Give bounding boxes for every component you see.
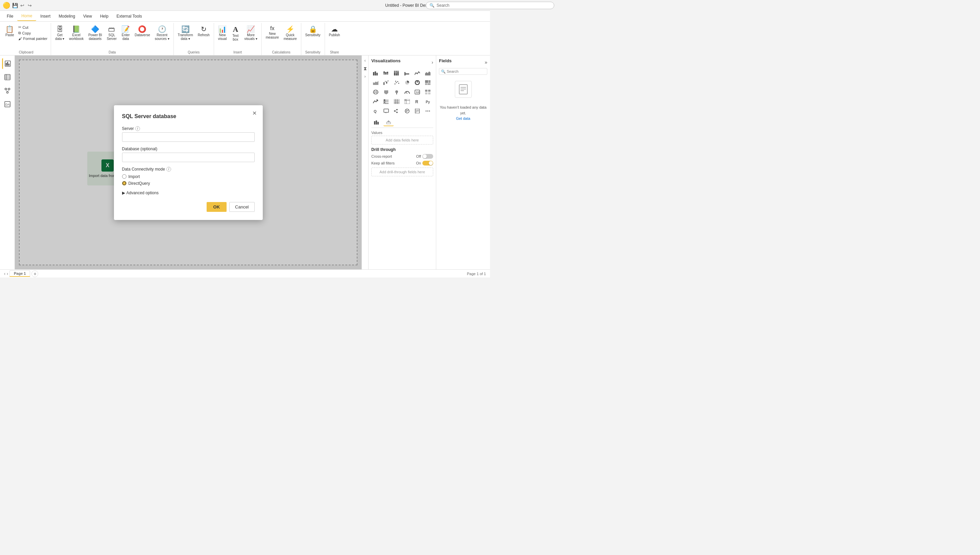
viz-azure-map[interactable] bbox=[392, 88, 401, 96]
power-bi-datasets-button[interactable]: 🔷 Power BIdatasets bbox=[86, 24, 104, 42]
sidebar-item-report[interactable] bbox=[2, 58, 13, 69]
values-add-fields[interactable]: Add data fields here bbox=[371, 136, 433, 144]
server-info-icon[interactable]: i bbox=[135, 126, 140, 131]
svg-point-40 bbox=[396, 82, 396, 83]
quick-measure-button[interactable]: ⚡ Quickmeasure bbox=[282, 24, 299, 42]
title-save-icon[interactable]: 💾 bbox=[12, 3, 18, 8]
paste-button[interactable]: 📋 Paste bbox=[3, 24, 16, 38]
new-visual-button[interactable]: 📊 Newvisual bbox=[216, 24, 229, 42]
menu-external-tools[interactable]: External Tools bbox=[113, 12, 146, 21]
viz-table[interactable] bbox=[392, 97, 401, 106]
viz-pie-chart[interactable] bbox=[403, 78, 412, 87]
viz-smart-narrative[interactable] bbox=[382, 107, 390, 115]
import-radio-label[interactable]: Import bbox=[122, 174, 255, 179]
viz-kpi[interactable] bbox=[371, 97, 380, 106]
title-redo-icon[interactable]: ↪ bbox=[27, 3, 32, 8]
directquery-radio[interactable] bbox=[122, 181, 126, 186]
viz-matrix[interactable] bbox=[403, 97, 412, 106]
sql-server-button[interactable]: 🗃 SQLServer bbox=[105, 24, 119, 42]
sidebar-item-data[interactable] bbox=[2, 72, 13, 83]
viz-scatter-chart[interactable] bbox=[392, 78, 401, 87]
format-painter-button[interactable]: 🖌 Format painter bbox=[17, 36, 49, 41]
recent-sources-button[interactable]: 🕐 Recentsources ▾ bbox=[153, 24, 171, 42]
viz-bar-chart[interactable] bbox=[371, 69, 380, 77]
modal-close-button[interactable]: ✕ bbox=[251, 109, 259, 117]
sidebar-item-model[interactable] bbox=[2, 85, 13, 96]
connectivity-info-icon[interactable]: i bbox=[166, 167, 171, 172]
advanced-options-toggle[interactable]: ▶ Advanced options bbox=[122, 191, 255, 195]
get-data-link[interactable]: Get data bbox=[456, 116, 470, 120]
viz-donut-chart[interactable] bbox=[413, 78, 422, 87]
new-measure-button[interactable]: fx Newmeasure bbox=[264, 24, 281, 41]
viz-ribbon-chart[interactable] bbox=[371, 78, 380, 87]
menu-modeling[interactable]: Modeling bbox=[54, 12, 79, 21]
ok-button[interactable]: OK bbox=[206, 202, 227, 212]
viz-paginated-report[interactable] bbox=[413, 107, 422, 115]
collapse-left-icon[interactable]: ‹ bbox=[365, 58, 366, 63]
page-nav-prev[interactable]: ‹ bbox=[4, 271, 5, 276]
svg-rect-31 bbox=[397, 71, 399, 72]
page-tab-1[interactable]: Page 1 bbox=[10, 270, 30, 277]
viz-treemap[interactable] bbox=[424, 78, 432, 87]
enter-data-button[interactable]: 📝 Enterdata bbox=[119, 24, 132, 42]
viz-map[interactable] bbox=[371, 88, 380, 96]
collapse-right-icon[interactable]: › bbox=[365, 74, 366, 79]
viz-slicer[interactable] bbox=[382, 97, 390, 106]
viz-area-chart[interactable] bbox=[424, 69, 432, 77]
viz-key-influencers[interactable] bbox=[403, 107, 412, 115]
server-input[interactable] bbox=[122, 132, 255, 142]
dataverse-button[interactable]: ⭕ Dataverse bbox=[133, 24, 152, 38]
fields-expand-icon[interactable]: » bbox=[484, 59, 487, 65]
publish-button[interactable]: ☁ Publish bbox=[327, 24, 342, 38]
filter-icon[interactable]: ⧗ bbox=[363, 66, 367, 71]
global-search-bar[interactable]: 🔍 Search bbox=[426, 2, 490, 9]
viz-gauge[interactable] bbox=[403, 88, 412, 96]
database-input[interactable] bbox=[122, 152, 255, 162]
cross-report-toggle-track[interactable] bbox=[422, 154, 433, 159]
viz-r-visual[interactable]: R bbox=[413, 97, 422, 106]
copy-button[interactable]: ⧉ Copy bbox=[17, 30, 49, 36]
menu-insert[interactable]: Insert bbox=[36, 12, 54, 21]
cross-report-toggle[interactable]: Off bbox=[416, 154, 433, 159]
viz-100-stacked-bar[interactable] bbox=[392, 69, 401, 77]
sensitivity-button[interactable]: 🔒 Sensitivity bbox=[303, 24, 323, 38]
viz-column-chart[interactable] bbox=[403, 69, 412, 77]
directquery-radio-label[interactable]: DirectQuery bbox=[122, 181, 255, 186]
page-nav-next[interactable]: › bbox=[7, 271, 8, 276]
viz-decomp-tree[interactable] bbox=[392, 107, 401, 115]
viz-panel-expand-icon[interactable]: › bbox=[432, 59, 433, 65]
import-radio[interactable] bbox=[122, 174, 126, 179]
menu-help[interactable]: Help bbox=[96, 12, 113, 21]
menu-home[interactable]: Home bbox=[17, 11, 36, 21]
viz-card[interactable]: 123 bbox=[413, 88, 422, 96]
cut-button[interactable]: ✂ Cut bbox=[17, 24, 49, 30]
more-visuals-button[interactable]: 📈 Morevisuals ▾ bbox=[242, 24, 259, 42]
viz-waterfall-chart[interactable] bbox=[382, 78, 390, 87]
cancel-button[interactable]: Cancel bbox=[229, 202, 254, 212]
excel-workbook-button[interactable]: 📗 Excelworkbook bbox=[67, 24, 86, 42]
viz-stacked-bar[interactable] bbox=[382, 69, 390, 77]
menu-file[interactable]: File bbox=[3, 12, 17, 21]
viz-line-chart[interactable] bbox=[413, 69, 422, 77]
keep-filters-toggle-track[interactable] bbox=[422, 161, 433, 165]
viz-custom-more[interactable] bbox=[424, 107, 432, 115]
add-page-button[interactable]: + bbox=[32, 270, 38, 277]
drill-through-add-fields[interactable]: Add drill-through fields here bbox=[371, 167, 433, 176]
viz-filled-map[interactable] bbox=[382, 88, 390, 96]
menu-view[interactable]: View bbox=[79, 12, 96, 21]
viz-tab-format[interactable] bbox=[384, 118, 393, 126]
title-undo-icon[interactable]: ↩ bbox=[19, 3, 25, 8]
keep-filters-toggle[interactable]: On bbox=[416, 161, 433, 165]
text-box-button[interactable]: A SQL Server database Textbox bbox=[229, 24, 241, 43]
sidebar-item-dax[interactable]: DAX bbox=[2, 99, 13, 110]
viz-multi-row-card[interactable] bbox=[424, 88, 432, 96]
viz-qa-visual[interactable]: Q bbox=[371, 107, 380, 115]
fields-search-input[interactable] bbox=[439, 68, 487, 75]
cross-report-label: Cross-report bbox=[371, 154, 392, 158]
transform-data-button[interactable]: 🔄 Transformdata ▾ bbox=[176, 24, 195, 42]
svg-line-82 bbox=[395, 110, 396, 111]
viz-tab-build[interactable] bbox=[371, 118, 382, 126]
viz-python-visual[interactable]: Py bbox=[424, 97, 432, 106]
get-data-button[interactable]: 🗄 Getdata ▾ bbox=[53, 24, 66, 42]
refresh-button[interactable]: ↻ Refresh bbox=[196, 24, 212, 38]
